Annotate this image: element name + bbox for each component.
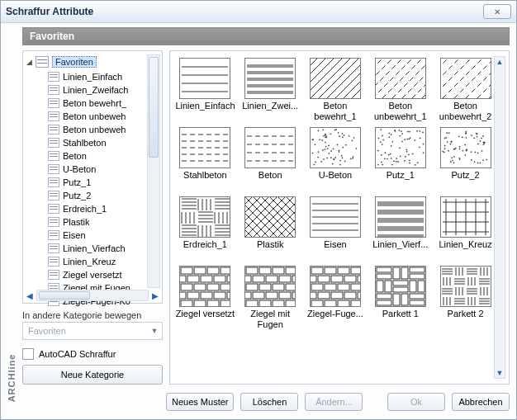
new-category-button[interactable]: Neue Kategorie <box>22 365 163 385</box>
hscroll-thumb[interactable] <box>39 291 90 300</box>
tree-item[interactable]: Beton unbeweh <box>48 123 162 136</box>
pattern-swatch[interactable]: Plastik <box>240 196 301 262</box>
tree-collapse-icon[interactable]: ◢ <box>26 58 32 66</box>
svg-point-158 <box>401 134 402 134</box>
close-button[interactable]: ✕ <box>483 4 511 19</box>
pattern-swatch[interactable]: Ziegel mit Fugen <box>240 266 301 332</box>
pattern-swatch[interactable]: Putz_1 <box>370 127 430 193</box>
svg-point-218 <box>466 150 467 151</box>
tree-item[interactable]: U-Beton <box>48 163 162 176</box>
pattern-swatch[interactable]: Eisen <box>306 196 366 262</box>
svg-rect-394 <box>410 267 425 272</box>
scroll-right-icon[interactable]: ▶ <box>150 290 160 300</box>
svg-point-119 <box>381 162 382 163</box>
svg-point-159 <box>378 138 379 139</box>
swatch-preview <box>244 266 296 307</box>
pattern-icon <box>48 125 59 134</box>
cancel-button[interactable]: Abbrechen <box>452 393 510 411</box>
pattern-swatch[interactable]: Ziegel-Fuge... <box>306 266 366 332</box>
tree-item[interactable]: Beton bewehrt_ <box>48 97 162 110</box>
pattern-swatch[interactable]: Beton unbewehrt_2 <box>435 58 496 124</box>
tree-item[interactable]: Beton <box>48 149 162 163</box>
svg-point-122 <box>382 139 383 140</box>
new-pattern-button[interactable]: Neues Muster <box>166 393 234 411</box>
tree-item[interactable]: Linien_Kreuz <box>48 255 162 268</box>
svg-point-170 <box>462 150 462 151</box>
svg-rect-331 <box>187 292 199 299</box>
pattern-swatch[interactable]: Linien_Einfach <box>175 58 235 124</box>
tree-item[interactable]: Plastik <box>48 215 162 229</box>
svg-rect-324 <box>227 276 230 282</box>
svg-line-15 <box>311 59 325 98</box>
pattern-swatch[interactable]: Putz_2 <box>435 127 496 193</box>
svg-line-24 <box>376 59 382 98</box>
move-category-combo[interactable]: Favoriten ▼ <box>22 322 163 340</box>
pattern-icon <box>48 72 59 82</box>
swatch-preview <box>310 58 361 99</box>
pattern-swatch[interactable]: Beton unbewehrt_1 <box>370 58 430 124</box>
tree-item[interactable]: Stahlbeton <box>48 136 162 149</box>
svg-point-108 <box>330 158 331 158</box>
swatch-preview <box>440 58 491 99</box>
tree-item[interactable]: Beton unbeweh <box>48 110 162 123</box>
swatch-preview <box>375 58 426 99</box>
delete-button[interactable]: Löschen <box>240 393 298 411</box>
tree-item[interactable]: Linien_Zweifach <box>48 83 162 97</box>
pattern-swatch[interactable]: Stahlbeton <box>175 127 235 193</box>
tree-vertical-scrollbar[interactable] <box>147 54 160 288</box>
svg-rect-345 <box>245 276 251 282</box>
tree-item[interactable]: Eisen <box>48 229 162 242</box>
svg-line-36 <box>443 59 482 98</box>
pattern-swatch[interactable]: Ziegel versetzt <box>175 266 235 332</box>
svg-point-103 <box>332 163 333 164</box>
pattern-swatch[interactable]: Linien_Kreuz <box>435 196 496 262</box>
autocad-hatch-checkbox[interactable]: AutoCAD Schraffur <box>22 348 163 360</box>
scroll-left-icon[interactable]: ◀ <box>25 290 35 300</box>
svg-point-211 <box>452 160 453 161</box>
scroll-up-icon[interactable]: ▲ <box>495 57 505 67</box>
scroll-down-icon[interactable]: ▼ <box>495 368 505 378</box>
svg-point-205 <box>465 137 466 138</box>
tree-horizontal-scrollbar[interactable]: ◀ ▶ <box>25 290 160 301</box>
svg-point-104 <box>327 149 328 149</box>
pattern-swatch[interactable]: Erdreich_1 <box>175 196 235 262</box>
pattern-swatch[interactable]: Parkett 2 <box>435 266 496 332</box>
pattern-swatch[interactable]: Beton bewehrt_1 <box>306 58 366 124</box>
pattern-swatch[interactable]: Linien_Vierf... <box>370 196 430 262</box>
svg-rect-333 <box>214 292 225 299</box>
svg-point-148 <box>390 153 391 154</box>
svg-point-180 <box>442 151 443 152</box>
pattern-swatch[interactable]: U-Beton <box>306 127 366 193</box>
tree-root[interactable]: ◢ Favoriten <box>25 54 162 69</box>
pattern-swatch[interactable]: Beton <box>240 127 301 193</box>
svg-rect-373 <box>344 276 356 282</box>
tree-item-label: U-Beton <box>63 164 96 174</box>
tree-item[interactable]: Linien_Vierfach <box>48 242 162 255</box>
tree-item[interactable]: Putz_2 <box>48 189 162 202</box>
svg-point-167 <box>387 158 387 159</box>
svg-point-128 <box>409 160 410 161</box>
tree-item[interactable]: Ziegel versetzt <box>48 268 162 281</box>
svg-point-146 <box>385 153 386 153</box>
swatch-preview <box>244 58 296 99</box>
svg-point-184 <box>464 155 465 156</box>
svg-point-193 <box>477 144 478 144</box>
svg-point-59 <box>335 158 336 158</box>
tree-item[interactable]: Putz_1 <box>48 176 162 189</box>
svg-point-113 <box>382 135 382 136</box>
hscroll-track[interactable] <box>36 290 149 301</box>
pattern-swatch[interactable]: Linien_Zwei... <box>240 58 301 124</box>
svg-point-190 <box>482 144 483 145</box>
category-tree[interactable]: ◢ Favoriten Linien_EinfachLinien_Zweifac… <box>22 50 163 304</box>
pattern-icon <box>48 204 59 214</box>
svg-point-54 <box>353 138 354 139</box>
svg-point-187 <box>464 144 465 145</box>
gallery-scrollbar[interactable]: ▲ ▼ <box>494 56 505 379</box>
pattern-swatch[interactable]: Parkett 1 <box>370 266 430 332</box>
tree-item[interactable]: Erdreich_1 <box>48 202 162 215</box>
scrollbar-thumb[interactable] <box>149 57 159 158</box>
pattern-gallery: Linien_EinfachLinien_Zwei...Beton bewehr… <box>169 50 510 385</box>
svg-point-114 <box>404 139 405 140</box>
svg-point-118 <box>409 131 410 132</box>
tree-item[interactable]: Linien_Einfach <box>48 70 162 83</box>
